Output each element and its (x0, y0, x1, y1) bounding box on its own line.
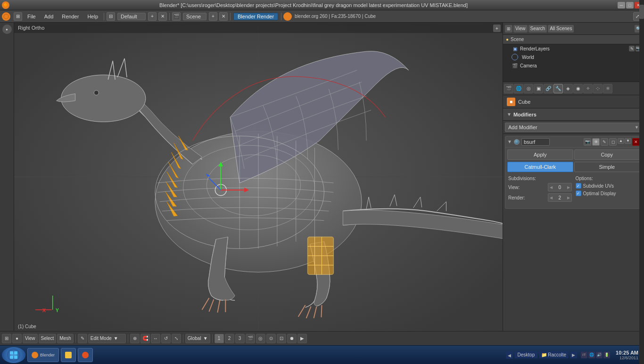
prop-scene-icon[interactable]: 🌐 (514, 84, 523, 93)
prop-world-icon[interactable]: ◎ (524, 84, 533, 93)
viewport-dot-icon[interactable]: ● (12, 334, 22, 343)
outliner-item-camera[interactable]: 🎬 Camera (503, 61, 644, 70)
snap-on-icon[interactable]: ⊡ (277, 334, 286, 343)
lang-icon[interactable]: IT (581, 352, 587, 358)
scale-icon[interactable]: ⤡ (172, 334, 181, 343)
prop-object-icon[interactable]: ▣ (534, 84, 543, 93)
battery-icon[interactable]: 🔋 (603, 352, 610, 358)
proportional-icon[interactable]: ⊙ (266, 334, 276, 343)
render-preview-icon[interactable]: 🎬 (246, 334, 255, 343)
subdivide-uvs-checkbox[interactable]: ✓ (576, 183, 581, 189)
pivot-icon[interactable]: ⊕ (130, 334, 140, 343)
scene-icon[interactable]: 🎬 (172, 12, 181, 21)
expand-tray[interactable]: ▶ (570, 352, 577, 358)
modifier-eye-icon[interactable]: 👁 (592, 138, 600, 146)
modifier-collapse-icon[interactable]: ▼ (507, 139, 512, 144)
catmull-clark-tab[interactable]: Catmull-Clark (507, 162, 573, 172)
workspace-del-icon[interactable]: ✕ (158, 12, 167, 21)
prop-physics-icon[interactable]: ⚛ (603, 84, 612, 93)
viewport-type-icon[interactable]: ⊞ (2, 334, 11, 343)
menu-screen-icon[interactable]: ⊞ (14, 12, 22, 21)
view-menu[interactable]: View (23, 334, 38, 343)
scene-del-icon[interactable]: ✕ (219, 12, 228, 21)
maximize-button[interactable]: □ (626, 2, 634, 8)
optimal-display-checkbox[interactable]: ✓ (576, 190, 581, 196)
prop-data-icon[interactable]: ◈ (563, 84, 573, 93)
menu-file[interactable]: File (24, 13, 40, 20)
svg-point-0 (4, 14, 8, 19)
svg-rect-35 (14, 356, 17, 359)
modifier-icon-row: 📷 👁 ✎ ◻ ▲ ▼ ✕ (584, 138, 640, 146)
modifier-down-icon[interactable]: ▼ (625, 138, 631, 144)
modifier-close-icon[interactable]: ✕ (632, 138, 640, 146)
copy-button[interactable]: Copy (574, 149, 640, 160)
volume-icon[interactable]: 🔊 (596, 352, 603, 358)
outliner-item-world[interactable]: World (503, 53, 644, 61)
mode-icon[interactable]: ✎ (78, 334, 87, 343)
rpanel-outliner-icon[interactable]: ⊞ (505, 25, 512, 33)
outliner-item-renderlayers[interactable]: ▣ RenderLayers ✎ 📷 (503, 44, 644, 53)
taskbar-firefox-item[interactable] (78, 348, 93, 362)
raccolta-button[interactable]: 📁 Raccolte (539, 351, 568, 358)
renderlayer-edit-icon[interactable]: ✎ (629, 46, 635, 51)
viewport-3d[interactable]: Right Ortho + (14, 23, 503, 331)
mode-dropdown[interactable]: Edit Mode ▼ (88, 334, 126, 343)
record-icon[interactable]: ⏺ (287, 334, 297, 343)
modifier-render-icon[interactable]: 📷 (584, 138, 591, 146)
taskbar-blender-item[interactable]: Blender (27, 348, 59, 362)
modifier-up-icon[interactable]: ▲ (618, 138, 624, 144)
add-modifier-button[interactable]: Add Modifier ▼ (505, 123, 642, 132)
renderer-label[interactable]: Blender Render (233, 13, 278, 20)
onion-icon[interactable]: ◎ (256, 334, 265, 343)
rpanel-allscenes-btn[interactable]: All Scenes (548, 25, 574, 33)
modifier-options: Subdivisions: View: 0 Render: 2 (505, 174, 642, 208)
scene-label[interactable]: Scene (183, 13, 206, 20)
playback-icon[interactable]: ▶ (297, 334, 307, 343)
prop-render-icon[interactable]: 🎬 (504, 84, 513, 93)
modifiers-collapse-icon[interactable]: ▼ (507, 112, 512, 117)
start-button[interactable] (2, 347, 25, 363)
snap-icon[interactable]: 🧲 (140, 334, 150, 343)
prop-modifier-icon[interactable]: 🔧 (553, 84, 563, 93)
simple-tab[interactable]: Simple (574, 162, 640, 172)
viewport-corner-icon[interactable]: + (493, 25, 501, 32)
rotate-icon[interactable]: ↺ (161, 334, 171, 343)
prop-constraints-icon[interactable]: 🔗 (544, 84, 553, 93)
pivot-dropdown[interactable]: Global ▼ (185, 334, 210, 343)
mesh-menu[interactable]: Mesh (57, 334, 73, 343)
modifier-edit-icon[interactable]: ✎ (601, 138, 608, 146)
desktop-button[interactable]: Desktop (515, 351, 538, 358)
scene-add-icon[interactable]: + (209, 12, 217, 21)
menu-bar: ⊞ File Add Render Help ⊟ Default + ✕ 🎬 S… (0, 10, 644, 23)
workspace-add-icon[interactable]: + (148, 12, 157, 21)
show-hidden-icons[interactable]: ◀ (506, 351, 513, 359)
modifier-toggle-icon[interactable] (514, 139, 520, 145)
view-value-field[interactable]: 0 (548, 183, 572, 191)
prop-particles-icon[interactable]: ·:· (593, 84, 603, 93)
menu-render[interactable]: Render (58, 13, 83, 20)
layer-3-icon[interactable]: 3 (235, 334, 245, 343)
taskbar-explorer-item[interactable] (61, 348, 76, 362)
minimize-button[interactable]: ─ (618, 2, 625, 8)
prop-material-icon[interactable]: ◉ (573, 84, 583, 93)
rpanel-search-btn[interactable]: Search (528, 25, 547, 33)
rpanel-search-icon[interactable]: View (513, 25, 528, 33)
transform-icon[interactable]: ↔ (151, 334, 160, 343)
modifier-cage-icon[interactable]: ◻ (609, 138, 617, 146)
prop-texture-icon[interactable]: ✧ (583, 84, 593, 93)
apply-button[interactable]: Apply (507, 149, 573, 160)
svg-rect-33 (14, 351, 17, 355)
add-modifier-label: Add Modifier (508, 124, 537, 130)
pivot-label: Global (188, 336, 201, 341)
menu-add[interactable]: Add (41, 13, 58, 20)
screen-icon[interactable]: ⊟ (107, 12, 115, 21)
render-value-field[interactable]: 2 (548, 193, 572, 202)
select-menu[interactable]: Select (39, 334, 57, 343)
menu-help[interactable]: Help (83, 13, 102, 20)
layer-2-icon[interactable]: 2 (225, 334, 234, 343)
modifier-name-field[interactable]: bsurf (521, 138, 550, 146)
network-icon[interactable]: 🌐 (588, 352, 595, 358)
right-panel-scrollbar[interactable] (639, 108, 644, 331)
workspace-label[interactable]: Default (117, 13, 146, 20)
layer-1-icon[interactable]: 1 (215, 334, 224, 343)
